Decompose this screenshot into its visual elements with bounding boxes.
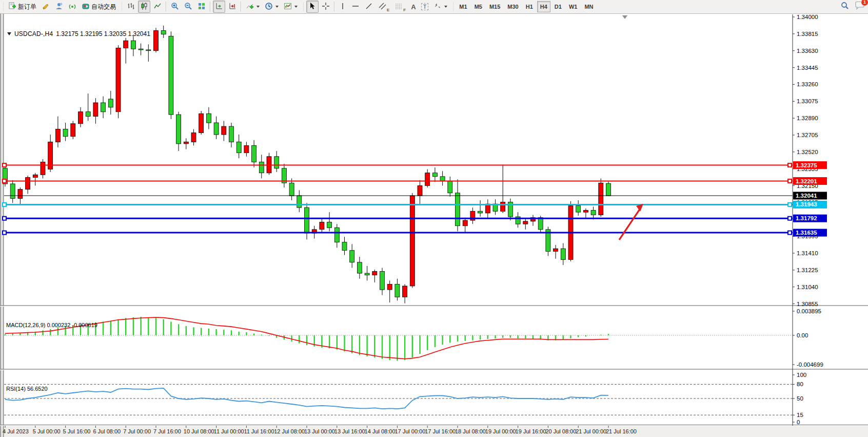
tile-windows-icon	[198, 2, 206, 12]
chart-window[interactable]: 1.340001.338151.336301.334451.332601.330…	[0, 14, 868, 437]
zoom-out-button[interactable]	[182, 1, 194, 13]
time-tick-label: 19 Jul 16:00	[516, 428, 546, 434]
candle	[410, 193, 415, 288]
toolbar-grip	[121, 2, 123, 11]
ohlc-values: 1.32175 1.32195 1.32035 1.32041	[56, 30, 150, 37]
svg-text:1.31943: 1.31943	[796, 201, 817, 207]
price-tick-label: 1.33260	[797, 81, 818, 87]
tab-timeframe-m5[interactable]: M5	[471, 1, 485, 12]
dropdown-caret-icon	[275, 6, 279, 8]
time-tick-label: 6 Jul 08:00	[93, 428, 121, 434]
chart-shift-button[interactable]	[226, 1, 239, 13]
chat-button[interactable]: 1	[855, 1, 865, 12]
time-tick-label: 19 Jul 00:00	[485, 428, 516, 434]
toolbar-grip	[302, 2, 305, 11]
channel-icon	[378, 2, 387, 12]
candle	[154, 28, 159, 52]
signals-button[interactable]	[66, 1, 78, 13]
new-order-label: 新订单	[18, 3, 36, 11]
price-tick-label: 1.30855	[797, 301, 818, 307]
toolbar-grip	[452, 2, 455, 11]
text-icon: A	[411, 3, 416, 11]
zoom-in-button[interactable]	[169, 1, 181, 13]
arrows-button[interactable]	[431, 1, 449, 13]
chart-title: USDCAD-,H4 1.32175 1.32195 1.32035 1.320…	[7, 30, 150, 37]
hline-handle	[788, 231, 792, 235]
community-button[interactable]	[53, 1, 65, 13]
clock-icon	[265, 2, 273, 12]
price-tag-1.32041: 1.32041	[793, 192, 827, 200]
hline-handle	[3, 179, 6, 183]
auto-trading-button[interactable]: 自动交易	[80, 1, 118, 13]
dropdown-caret-icon	[444, 6, 447, 8]
time-tick-label: 14 Jul 08:00	[365, 428, 396, 434]
indicators-add-icon	[246, 2, 254, 12]
time-tick-label: 17 Jul 00:00	[394, 428, 425, 434]
tab-timeframe-h1[interactable]: H1	[523, 1, 536, 12]
svg-text:1.32041: 1.32041	[796, 193, 817, 199]
price-tick-label: 1.31040	[797, 284, 818, 290]
auto-scroll-button[interactable]	[213, 1, 225, 13]
horizontal-line-icon	[351, 2, 360, 12]
time-tick-label: 20 Jul 08:00	[545, 428, 576, 434]
vertical-line-button[interactable]	[337, 1, 348, 13]
tab-timeframe-m30[interactable]: M30	[504, 1, 521, 12]
bar-chart-icon	[127, 2, 135, 12]
candlestick-chart-button[interactable]	[138, 1, 150, 13]
indicators-button[interactable]	[244, 1, 262, 13]
zoom-out-icon	[184, 2, 192, 12]
time-tick-label: 5 Jul 16:00	[63, 428, 91, 434]
time-tick-label: 5 Jul 00:00	[33, 428, 61, 434]
chart-plot-area[interactable]	[4, 14, 793, 305]
template-chart-icon	[284, 2, 292, 12]
price-tag-1.32375: 1.32375	[793, 161, 827, 169]
trendline-icon	[365, 2, 373, 12]
collapse-triangle-icon	[7, 32, 11, 35]
tab-timeframe-m1[interactable]: M1	[456, 1, 470, 12]
equidistant-channel-button[interactable]: E	[376, 1, 391, 13]
hline-handle	[788, 217, 792, 220]
cursor-button[interactable]	[306, 1, 319, 13]
community-person-icon	[55, 2, 63, 12]
price-tick-label: 1.31225	[797, 267, 818, 273]
tab-timeframe-h4[interactable]: H4	[537, 1, 550, 12]
time-tick-label: 11 Jul 16:00	[244, 428, 274, 434]
hline-handle	[3, 163, 6, 167]
periods-button[interactable]	[263, 1, 281, 13]
trendline-button[interactable]	[363, 1, 375, 13]
rsi-tick-label: 100	[797, 372, 806, 378]
text-label-button[interactable]: T	[419, 1, 431, 13]
megaphone-button[interactable]	[40, 1, 52, 13]
horizontal-line-button[interactable]	[349, 1, 362, 13]
tab-timeframe-mn[interactable]: MN	[581, 1, 596, 12]
chart-canvas[interactable]: 1.340001.338151.336301.334451.332601.330…	[0, 14, 868, 437]
channel-letter: E	[387, 8, 389, 12]
toolbar-separator	[166, 2, 167, 12]
templates-button[interactable]	[282, 1, 300, 13]
svg-text:1.31792: 1.31792	[796, 215, 817, 221]
bar-chart-button[interactable]	[125, 1, 137, 13]
candle	[606, 182, 611, 196]
crosshair-button[interactable]	[320, 1, 332, 13]
fibonacci-icon	[394, 2, 404, 12]
text-button[interactable]: A	[409, 1, 418, 13]
candle	[546, 227, 550, 256]
price-tag-1.31943: 1.31943	[793, 201, 827, 208]
new-order-button[interactable]: 新订单	[6, 1, 38, 13]
search-icon[interactable]	[840, 1, 850, 12]
macd-tick-label: 0.003895	[797, 308, 821, 314]
candlestick-icon	[140, 2, 148, 12]
fibonacci-button[interactable]: F	[392, 1, 408, 13]
price-tick-label: 1.33075	[797, 98, 818, 104]
dropdown-caret-icon	[294, 6, 298, 8]
tile-windows-button[interactable]	[195, 1, 208, 13]
hline-handle	[788, 203, 792, 206]
price-tick-label: 1.31410	[797, 250, 818, 256]
line-chart-button[interactable]	[151, 1, 164, 13]
macd-indicator-label: MACD(12,26,9) 0.000232 -0.000619	[6, 322, 97, 328]
rsi-tick-label: 50	[797, 395, 803, 402]
rsi-tick-label: 80	[797, 381, 803, 387]
tab-timeframe-m15[interactable]: M15	[486, 1, 503, 12]
tab-timeframe-w1[interactable]: W1	[566, 1, 581, 12]
tab-timeframe-d1[interactable]: D1	[551, 1, 565, 12]
